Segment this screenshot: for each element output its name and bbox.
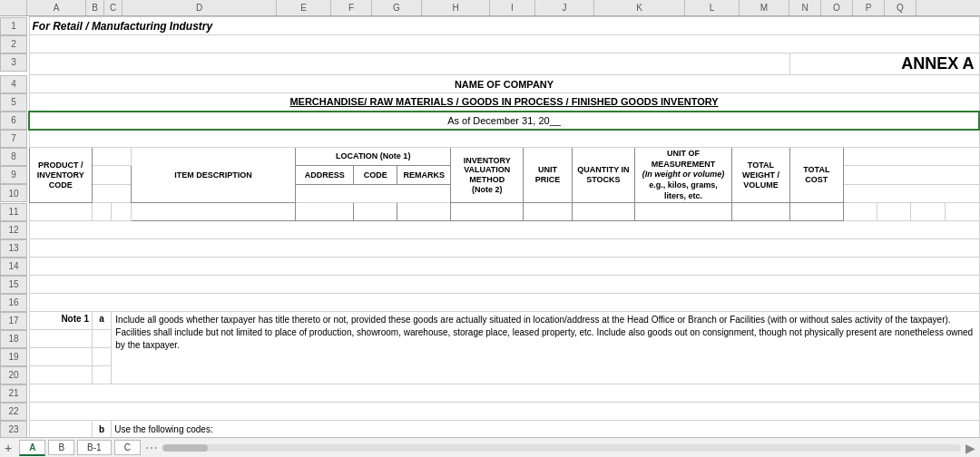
row-11: 11	[0, 203, 979, 221]
tab-c[interactable]: C	[114, 440, 141, 455]
header-item-desc: ITEM DESCRIPTION	[131, 148, 296, 203]
row-14: 14	[0, 258, 979, 276]
header-total-weight: TOTALWEIGHT /VOLUME	[731, 148, 789, 203]
col-header-b[interactable]: B	[86, 0, 104, 15]
date-label[interactable]: As of December 31, 20__	[29, 112, 979, 130]
bottom-bar: + A B B-1 C ⋯ ▶	[0, 437, 980, 457]
tab-b[interactable]: B	[48, 440, 74, 455]
note1b-label: b	[92, 421, 111, 437]
row-21: 21	[0, 384, 979, 403]
row-15: 15	[0, 276, 979, 294]
header-code: CODE	[354, 166, 397, 184]
annex-label: ANNEX A	[789, 53, 979, 75]
dots-icon: ⋯	[145, 441, 158, 455]
row-5: 5 MERCHANDISE/ RAW MATERIALS / GOODS IN …	[0, 93, 979, 112]
col-header-k[interactable]: K	[594, 0, 685, 15]
row-13: 13	[0, 239, 979, 258]
top-left-corner	[0, 0, 27, 16]
header-remarks: REMARKS	[397, 166, 451, 184]
row-16: 16	[0, 294, 979, 312]
col-header-a[interactable]: A	[27, 0, 86, 15]
add-sheet-icon[interactable]: +	[0, 441, 16, 455]
row-12: 12	[0, 221, 979, 239]
col-header-f[interactable]: F	[331, 0, 372, 15]
row-8: 8 PRODUCT /INVENTORY CODE ITEM DESCRIPTI…	[0, 148, 979, 166]
row-17: 17 Note 1 a Include all goods whether ta…	[0, 312, 979, 330]
tab-a[interactable]: A	[19, 440, 45, 456]
title-cell: For Retail / Manufacturing Industry	[29, 17, 979, 35]
header-address: ADDRESS	[296, 166, 354, 184]
header-location: LOCATION (Note 1)	[296, 148, 451, 166]
col-header-d[interactable]: D	[122, 0, 277, 15]
row-22: 22	[0, 403, 979, 421]
spreadsheet-app: A B C D E F G H I J K L M N O P Q	[0, 0, 980, 457]
header-product-code: PRODUCT /INVENTORY CODE	[29, 148, 92, 203]
col-header-g[interactable]: G	[372, 0, 422, 15]
header-inv-val: INVENTORYVALUATIONMETHOD(Note 2)	[451, 148, 524, 203]
row-2: 2	[0, 35, 979, 53]
note1b-text: Use the following codes:	[112, 421, 979, 437]
inventory-title: MERCHANDISE/ RAW MATERIALS / GOODS IN PR…	[29, 93, 979, 112]
row-23: 23 b Use the following codes:	[0, 421, 979, 437]
col-header-n[interactable]: N	[789, 0, 821, 15]
col-header-q[interactable]: Q	[885, 0, 916, 15]
row-4: 4 NAME OF COMPANY	[0, 75, 979, 93]
column-headers: A B C D E F G H I J K L M N O P Q	[0, 0, 980, 16]
note1a-text: Include all goods whether taxpayer has t…	[112, 312, 979, 384]
scrollbar-thumb-h[interactable]	[162, 444, 208, 452]
row-6: 6 As of December 31, 20__	[0, 112, 979, 130]
col-header-l[interactable]: L	[685, 0, 740, 15]
col-header-e[interactable]: E	[277, 0, 331, 15]
col-header-i[interactable]: I	[490, 0, 535, 15]
col-header-c[interactable]: C	[104, 0, 122, 15]
col-header-m[interactable]: M	[740, 0, 789, 15]
main-grid: 1 For Retail / Manufacturing Industry 2 …	[0, 16, 980, 437]
header-unit-price: UNITPRICE	[524, 148, 572, 203]
scroll-right-icon[interactable]: ▶	[965, 441, 975, 455]
note1-label: Note 1	[29, 312, 92, 330]
row-1: 1 For Retail / Manufacturing Industry	[0, 17, 979, 35]
col-header-j[interactable]: J	[535, 0, 594, 15]
row-3: 3 ANNEX A	[0, 53, 979, 75]
row-7: 7	[0, 130, 979, 148]
col-header-p[interactable]: P	[853, 0, 885, 15]
header-total-cost: TOTALCOST	[789, 148, 843, 203]
note1a-label: a	[92, 312, 111, 330]
company-name-label: NAME OF COMPANY	[29, 75, 979, 93]
header-qty-stocks: QUANTITY INSTOCKS	[572, 148, 634, 203]
tab-b1[interactable]: B-1	[77, 440, 112, 455]
header-uom: UNIT OFMEASUREMENT(In weight or volume)e…	[635, 148, 732, 203]
col-header-h[interactable]: H	[422, 0, 490, 15]
col-header-o[interactable]: O	[821, 0, 853, 15]
